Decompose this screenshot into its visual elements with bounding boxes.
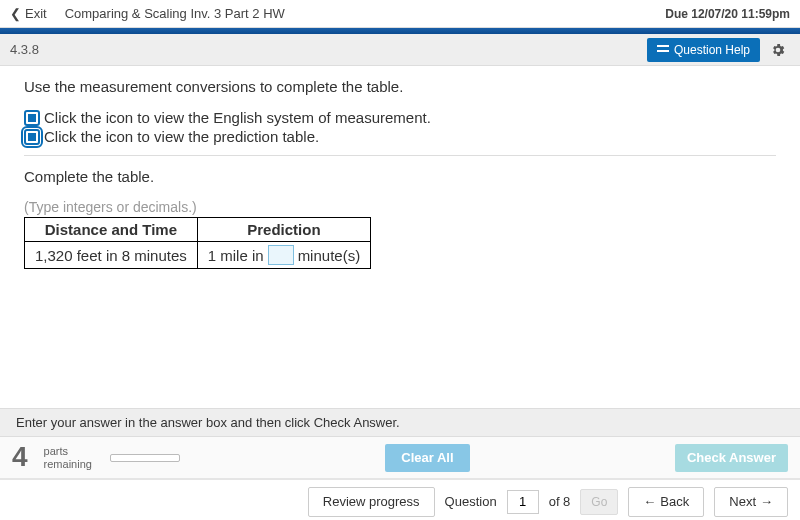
prompt-text: Use the measurement conversions to compl… — [24, 78, 776, 95]
review-progress-button[interactable]: Review progress — [308, 487, 435, 517]
prediction-suffix: minute(s) — [298, 247, 361, 264]
nav-bar: Review progress Question of 8 Go ← Back … — [0, 479, 800, 520]
question-help-label: Question Help — [674, 43, 750, 57]
cell-prediction: 1 mile in minute(s) — [197, 242, 370, 269]
header-distance-time: Distance and Time — [25, 218, 198, 242]
resource-link-1: Click the icon to view the English syste… — [24, 109, 776, 126]
complete-prompt: Complete the table. — [24, 168, 776, 185]
gear-icon — [770, 42, 786, 58]
actions-bar: 4 parts remaining Clear All Check Answer — [0, 437, 800, 479]
parts-remaining-label: parts remaining — [44, 445, 92, 469]
due-date: Due 12/07/20 11:59pm — [665, 7, 790, 21]
resource-link-1-text: Click the icon to view the English syste… — [44, 109, 431, 126]
clear-all-button[interactable]: Clear All — [385, 444, 469, 472]
prediction-table: Distance and Time Prediction 1,320 feet … — [24, 217, 371, 269]
arrow-left-icon: ← — [643, 494, 656, 509]
parts-label-bottom: remaining — [44, 458, 92, 470]
chevron-left-icon: ❮ — [10, 6, 21, 21]
square-icon — [28, 133, 36, 141]
table-header-row: Distance and Time Prediction — [25, 218, 371, 242]
parts-label-top: parts — [44, 445, 92, 457]
arrow-right-icon: → — [760, 494, 773, 509]
instruction-bar: Enter your answer in the answer box and … — [0, 408, 800, 437]
next-label: Next — [729, 494, 756, 509]
square-icon — [28, 114, 36, 122]
exit-link[interactable]: ❮ Exit — [10, 6, 47, 21]
input-hint: (Type integers or decimals.) — [24, 199, 776, 215]
next-button[interactable]: Next → — [714, 487, 788, 517]
view-icon-prediction-table[interactable] — [24, 129, 40, 145]
check-answer-button[interactable]: Check Answer — [675, 444, 788, 472]
cell-distance-time: 1,320 feet in 8 minutes — [25, 242, 198, 269]
back-button[interactable]: ← Back — [628, 487, 704, 517]
question-header: 4.3.8 Question Help — [0, 34, 800, 66]
parts-progress-bar — [110, 454, 180, 462]
top-bar: ❮ Exit Comparing & Scaling Inv. 3 Part 2… — [0, 0, 800, 28]
header-prediction: Prediction — [197, 218, 370, 242]
question-help-button[interactable]: Question Help — [647, 38, 760, 62]
exit-label: Exit — [25, 6, 47, 21]
table-row: 1,320 feet in 8 minutes 1 mile in minute… — [25, 242, 371, 269]
question-content: Use the measurement conversions to compl… — [0, 66, 800, 408]
back-label: Back — [660, 494, 689, 509]
assignment-title: Comparing & Scaling Inv. 3 Part 2 HW — [65, 6, 285, 21]
settings-button[interactable] — [766, 38, 790, 62]
divider — [24, 155, 776, 156]
go-button[interactable]: Go — [580, 489, 618, 515]
question-number: 4.3.8 — [10, 42, 39, 57]
resource-link-2-text: Click the icon to view the prediction ta… — [44, 128, 319, 145]
question-total: of 8 — [549, 494, 571, 509]
parts-remaining-count: 4 — [12, 446, 28, 468]
question-number-input[interactable] — [507, 490, 539, 514]
question-label: Question — [445, 494, 497, 509]
prediction-prefix: 1 mile in — [208, 247, 264, 264]
view-icon-english-system[interactable] — [24, 110, 40, 126]
list-icon — [657, 45, 669, 55]
answer-input[interactable] — [268, 245, 294, 265]
resource-link-2: Click the icon to view the prediction ta… — [24, 128, 776, 145]
